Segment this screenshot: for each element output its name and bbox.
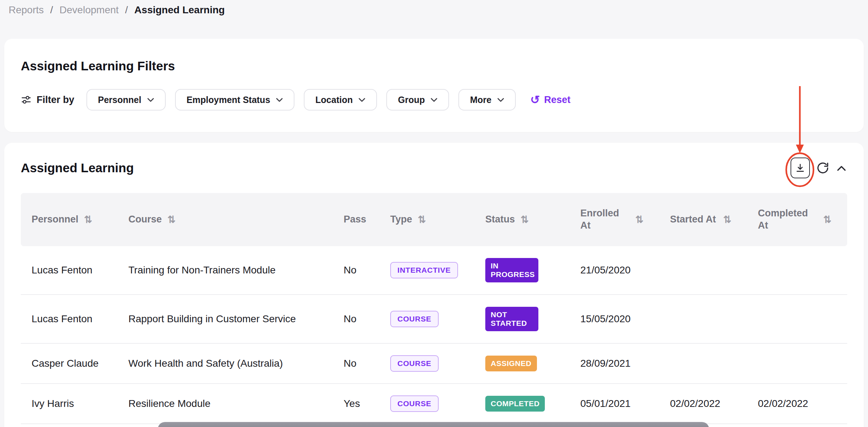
sort-icon[interactable]: ⇅ [168,214,175,225]
status-badge: ASSIGNED [485,356,537,371]
type-badge: INTERACTIVE [390,262,458,278]
cell-pass: No [333,264,379,276]
table-row[interactable]: Casper Claude Work Health and Safety (Au… [21,344,847,384]
sort-icon[interactable]: ⇅ [521,214,528,225]
cell-course: Training for Non-Trainers Module [118,264,333,276]
column-header-enrolled-at[interactable]: Enrolled At ⇅ [570,207,659,232]
collapse-panel-button[interactable] [836,164,847,172]
cell-pass: No [333,358,379,369]
column-header-type[interactable]: Type ⇅ [379,214,475,226]
table-row[interactable]: Lucas Fenton Training for Non-Trainers M… [21,246,847,295]
type-badge: COURSE [390,355,439,372]
dropdown-label: Group [398,95,425,105]
cell-course: Work Health and Safety (Australia) [118,358,333,369]
status-badge: IN PROGRESS [485,258,538,282]
breadcrumb: Reports / Development / Assigned Learnin… [9,4,225,16]
more-filter-dropdown[interactable]: More [458,89,516,111]
chevron-down-icon [358,98,365,102]
assigned-learning-title: Assigned Learning [21,161,134,175]
column-label: Type [390,214,412,226]
sort-icon[interactable]: ⇅ [635,214,643,225]
filters-card-title: Assigned Learning Filters [21,59,847,73]
location-filter-dropdown[interactable]: Location [304,89,377,111]
filter-by-label: Filter by [21,94,74,105]
sort-icon[interactable]: ⇅ [84,214,92,225]
reset-icon: ↺ [530,94,540,105]
type-badge: COURSE [390,311,439,327]
dropdown-label: More [470,95,491,105]
table-row[interactable]: Lucas Fenton Rapport Building in Custome… [21,295,847,344]
dropdown-label: Personnel [98,95,141,105]
chevron-down-icon [497,98,504,102]
cell-personnel: Casper Claude [21,358,118,369]
dropdown-label: Location [315,95,353,105]
type-badge: COURSE [390,395,439,412]
sort-icon[interactable]: ⇅ [418,214,425,225]
download-icon [795,163,806,173]
column-header-pass: Pass [333,214,379,226]
column-label: Enrolled At [580,207,629,232]
assigned-learning-card: Assigned Learning [4,143,864,427]
breadcrumb-separator: / [50,4,53,16]
table-row[interactable]: Ivy Harris Resilience Module Yes COURSE … [21,384,847,424]
page: Reports / Development / Assigned Learnin… [0,0,868,427]
breadcrumb-item-assigned-learning: Assigned Learning [135,4,225,16]
status-badge: COMPLETED [485,396,545,412]
cell-personnel: Lucas Fenton [21,264,118,276]
cell-course: Rapport Building in Customer Service [118,313,333,325]
chevron-up-icon [836,164,847,172]
chevron-down-icon [147,98,154,102]
table-toolbar [791,158,847,178]
cell-personnel: Ivy Harris [21,398,118,409]
cell-course: Resilience Module [118,398,333,409]
sort-icon[interactable]: ⇅ [823,214,831,225]
column-header-status[interactable]: Status ⇅ [475,214,570,226]
column-header-personnel[interactable]: Personnel ⇅ [21,214,118,226]
column-label: Pass [344,214,366,226]
refresh-icon [816,161,829,174]
cell-completed-at: 02/02/2022 [747,398,847,409]
breadcrumb-item-reports[interactable]: Reports [9,4,44,16]
personnel-filter-dropdown[interactable]: Personnel [86,89,166,111]
column-label: Course [128,214,162,226]
status-badge: NOT STARTED [485,307,538,331]
refresh-report-button[interactable] [816,161,829,174]
cell-enrolled-at: 05/01/2021 [570,398,659,409]
cell-enrolled-at: 21/05/2020 [570,264,659,276]
sort-icon[interactable]: ⇅ [723,214,731,225]
cell-personnel: Lucas Fenton [21,313,118,325]
filter-sliders-icon [21,94,32,105]
cell-pass: No [333,313,379,325]
column-label: Personnel [32,214,79,226]
cell-started-at: 02/02/2022 [659,398,747,409]
column-header-course[interactable]: Course ⇅ [118,214,333,226]
cell-pass: Yes [333,398,379,409]
column-label: Completed At [758,207,815,232]
chevron-down-icon [276,98,283,102]
breadcrumb-separator: / [125,4,128,16]
column-header-completed-at[interactable]: Completed At ⇅ [747,207,847,232]
reset-label: Reset [544,94,571,105]
group-filter-dropdown[interactable]: Group [386,89,449,111]
column-label: Started At [670,214,716,226]
dock-hint [158,422,709,427]
filter-by-text: Filter by [37,94,74,105]
column-header-started-at[interactable]: Started At ⇅ [659,214,747,226]
download-report-button[interactable] [791,158,810,178]
cell-enrolled-at: 28/09/2021 [570,358,659,369]
cell-enrolled-at: 15/05/2020 [570,313,659,325]
chevron-down-icon [430,98,438,102]
filters-card: Assigned Learning Filters Filter by Pers… [4,39,864,132]
dropdown-label: Employment Status [187,95,270,105]
employment-status-filter-dropdown[interactable]: Employment Status [175,89,294,111]
column-label: Status [485,214,515,226]
assigned-learning-header: Assigned Learning [21,143,847,193]
reset-filters-button[interactable]: ↺ Reset [530,94,570,105]
table-header-row: Personnel ⇅ Course ⇅ Pass Type ⇅ Status … [21,193,847,246]
filter-row: Filter by Personnel Employment Status Lo… [21,89,847,111]
breadcrumb-item-development[interactable]: Development [60,4,119,16]
